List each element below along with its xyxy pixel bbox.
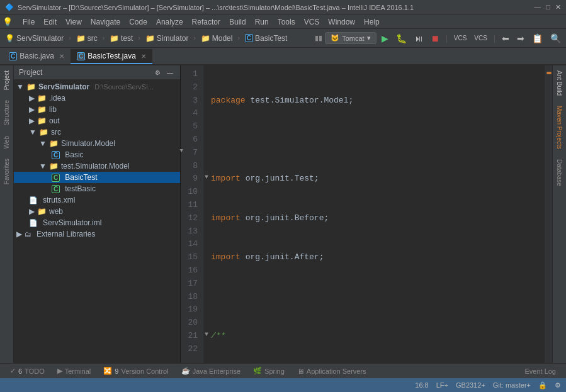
root-expand-icon: ▼ bbox=[16, 82, 24, 91]
java-enterprise-label: Java Enterprise bbox=[193, 367, 241, 375]
tree-out-folder[interactable]: ▶ 📁 out bbox=[14, 115, 180, 126]
menu-edit[interactable]: Edit bbox=[40, 16, 60, 28]
tree-servsimulator-iml[interactable]: 📄 ServSimulator.iml bbox=[14, 217, 180, 228]
menu-analyze[interactable]: Analyze bbox=[152, 16, 187, 28]
menu-run[interactable]: Run bbox=[251, 16, 273, 28]
forward-button[interactable]: ➡ bbox=[514, 32, 527, 45]
run-with-coverage-btn[interactable]: ⏯ bbox=[412, 32, 426, 45]
tab-close-basic[interactable]: ✕ bbox=[59, 53, 64, 60]
minimize-btn[interactable]: — bbox=[534, 3, 541, 11]
basic-java-icon: C bbox=[52, 151, 60, 159]
src-expand-icon: ▼ bbox=[29, 128, 37, 137]
clipboard-btn[interactable]: 📋 bbox=[529, 32, 545, 45]
run-config-indicator: ▮▮ bbox=[315, 34, 322, 42]
tab-basic-java[interactable]: C Basic.java ✕ bbox=[3, 49, 71, 64]
breadcrumb-basictest[interactable]: C BasicTest bbox=[242, 33, 290, 44]
event-log-tab[interactable]: Event Log bbox=[519, 366, 561, 376]
web-expand-icon: ▶ bbox=[29, 207, 35, 216]
tree-basic-java[interactable]: C Basic bbox=[14, 149, 180, 160]
tree-struts-xml[interactable]: 📄 struts.xml bbox=[14, 194, 180, 206]
tomcat-label: Tomcat bbox=[342, 35, 364, 42]
file-encoding: GB2312+ bbox=[456, 381, 485, 389]
tree-basictest-java[interactable]: C BasicTest bbox=[14, 172, 180, 183]
vcs-update-btn[interactable]: VCS bbox=[451, 33, 470, 43]
spring-label: Spring bbox=[264, 367, 285, 375]
bottom-toolbar: ✓ 6 TODO ▶ Terminal 🔀 9 Version Control … bbox=[0, 363, 566, 378]
breadcrumb-model[interactable]: 📁 Model bbox=[198, 33, 235, 44]
maximize-btn[interactable]: □ bbox=[546, 3, 550, 11]
tree-idea-folder[interactable]: ▶ 📁 .idea bbox=[14, 92, 180, 104]
spring-tab[interactable]: 🌿 Spring bbox=[248, 366, 290, 376]
menu-tools[interactable]: Tools bbox=[274, 16, 299, 28]
ant-build-tab[interactable]: Ant Build bbox=[555, 65, 564, 101]
sidebar-web-tab[interactable]: Web bbox=[2, 131, 11, 154]
code-content[interactable]: package test.Simulator.Model; ▼import or… bbox=[203, 65, 545, 363]
menu-code[interactable]: Code bbox=[125, 16, 151, 28]
stop-button[interactable]: ⏹ bbox=[428, 32, 442, 45]
tab-close-basictest[interactable]: ✕ bbox=[141, 53, 146, 60]
menu-navigate[interactable]: Navigate bbox=[87, 16, 124, 28]
sidebar-structure-tab[interactable]: Structure bbox=[2, 95, 11, 131]
left-sidebar: Project Structure Web Favorites bbox=[0, 65, 14, 363]
debug-button[interactable]: 🐛 bbox=[393, 32, 409, 45]
search-everywhere-btn[interactable]: 🔍 bbox=[548, 32, 563, 45]
project-panel-collapse-btn[interactable]: — bbox=[165, 69, 175, 77]
web-label: web bbox=[49, 207, 63, 216]
todo-label: TODO bbox=[25, 367, 45, 375]
java-enterprise-tab[interactable]: ☕ Java Enterprise bbox=[176, 366, 246, 376]
breadcrumb-app[interactable]: 💡 ServSimulator bbox=[3, 33, 66, 44]
tree-root-servsimulator[interactable]: ▼ 📁 ServSimulator D:\Source\ServSi... bbox=[14, 81, 180, 92]
menu-build[interactable]: Build bbox=[225, 16, 250, 28]
tree-external-libraries[interactable]: ▶ 🗂 External Libraries bbox=[14, 228, 180, 240]
idea-folder-icon: 📁 bbox=[37, 94, 47, 103]
lib-folder-icon: 📁 bbox=[37, 105, 47, 114]
menu-view[interactable]: View bbox=[62, 16, 86, 28]
simmodel-expand-icon: ▼ bbox=[39, 139, 47, 148]
tree-lib-folder[interactable]: ▶ 📁 lib bbox=[14, 104, 180, 115]
tree-web-folder[interactable]: ▶ 📁 web bbox=[14, 206, 180, 217]
tomcat-run-config[interactable]: 🐱 Tomcat ▾ bbox=[325, 32, 376, 44]
tree-src-folder[interactable]: ▼ 📁 src bbox=[14, 126, 180, 138]
menu-window[interactable]: Window bbox=[324, 16, 359, 28]
breadcrumb-src[interactable]: 📁 src bbox=[74, 33, 100, 44]
run-button[interactable]: ▶ bbox=[379, 32, 391, 45]
tree-simulator-model-folder[interactable]: ▼ 📁 Simulator.Model bbox=[14, 138, 180, 149]
close-btn[interactable]: ✕ bbox=[555, 3, 561, 11]
breadcrumb-test[interactable]: 📁 test bbox=[107, 33, 135, 44]
tree-testbasic-java[interactable]: C testBasic bbox=[14, 183, 180, 194]
terminal-tab[interactable]: ▶ Terminal bbox=[52, 366, 96, 376]
menu-help[interactable]: Help bbox=[360, 16, 383, 28]
model-label: Model bbox=[212, 34, 233, 43]
model-folder-icon: 📁 bbox=[201, 34, 210, 43]
basictest-icon: C bbox=[52, 174, 60, 182]
tab-basictest-java[interactable]: C BasicTest.java ✕ bbox=[71, 49, 152, 64]
struts-xml-icon: 📄 bbox=[29, 196, 38, 204]
menu-file[interactable]: File bbox=[19, 16, 38, 28]
lock-icon: 🔒 bbox=[538, 381, 547, 389]
todo-tab[interactable]: ✓ 6 TODO bbox=[5, 366, 50, 376]
menu-vcs[interactable]: VCS bbox=[300, 16, 324, 28]
code-editor[interactable]: package test.Simulator.Model; ▼import or… bbox=[203, 65, 552, 363]
back-button[interactable]: ⬅ bbox=[499, 32, 512, 45]
tree-test-simulator-model-folder[interactable]: ▼ 📁 test.Simulator.Model bbox=[14, 160, 180, 172]
fold-marker-7[interactable]: ▼ bbox=[205, 330, 208, 340]
sidebar-project-tab[interactable]: Project bbox=[2, 65, 11, 95]
fold-marker-3[interactable]: ▼ bbox=[205, 172, 208, 182]
testmodel-folder-icon: 📁 bbox=[49, 162, 59, 171]
version-control-tab[interactable]: 🔀 9 Version Control bbox=[98, 366, 173, 376]
database-tab[interactable]: Database bbox=[555, 154, 564, 191]
test-folder-icon: 📁 bbox=[110, 34, 119, 43]
simmodel-label: Simulator.Model bbox=[61, 139, 115, 148]
breadcrumb-simulator[interactable]: 📁 Simulator bbox=[143, 33, 191, 44]
app-servers-tab[interactable]: 🖥 Application Servers bbox=[292, 366, 371, 376]
line-numbers: 1 2 3 4 5 6 ▼7 8 9 10 11 12 13 14 15 16 … bbox=[181, 65, 203, 363]
project-panel-settings-btn[interactable]: ⚙ bbox=[153, 69, 162, 77]
sidebar-favorites-tab[interactable]: Favorites bbox=[2, 154, 11, 189]
menu-refactor[interactable]: Refactor bbox=[188, 16, 224, 28]
maven-projects-tab[interactable]: Maven Projects bbox=[555, 101, 564, 154]
status-bar-right: 16:8 LF+ GB2312+ Git: master+ 🔒 ⚙ bbox=[415, 381, 561, 389]
code-line-5: import org.junit.After; bbox=[211, 251, 537, 264]
vcs-commit-btn[interactable]: VCS bbox=[472, 33, 490, 43]
tab-icon-basictest: C bbox=[77, 52, 85, 60]
marker-error bbox=[546, 72, 552, 74]
